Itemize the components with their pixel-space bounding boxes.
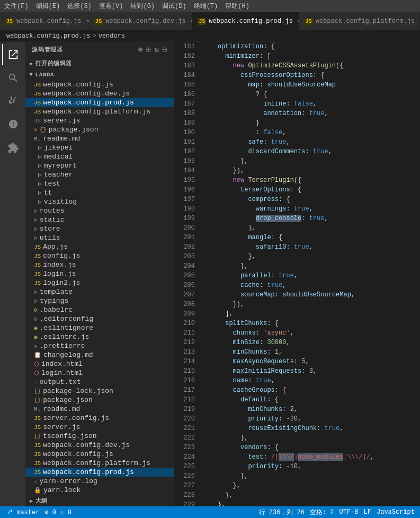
- list-item[interactable]: ▷ tt: [25, 188, 174, 197]
- tab-webpack-config-platform[interactable]: JS webpack.config.platform.js ×: [299, 12, 420, 30]
- tab-webpack-config-prod[interactable]: JS webpack.config.prod.js ×: [192, 12, 299, 30]
- list-item[interactable]: ▷ myreport: [25, 161, 174, 170]
- list-item[interactable]: ▷ static: [25, 215, 174, 224]
- menu-debug[interactable]: 调试(D): [162, 2, 186, 11]
- new-folder-icon[interactable]: ⊞: [146, 45, 151, 54]
- webpack-config-prod-item[interactable]: JS webpack.config.prod.js: [25, 468, 174, 477]
- list-item[interactable]: ▷ template: [25, 287, 174, 296]
- list-item[interactable]: ▷ utils: [25, 233, 174, 242]
- file-name: yarn-error.log: [40, 477, 97, 485]
- folder-name: routes: [40, 207, 65, 215]
- activity-bar: [0, 42, 25, 506]
- tab-bar: JS webpack.config.js × JS webpack.config…: [0, 12, 420, 30]
- js-file-icon: JS: [34, 280, 41, 286]
- folder-name: template: [40, 288, 73, 296]
- list-item[interactable]: ≡ yarn-error.log: [25, 477, 174, 486]
- file-name: .prettierrc: [40, 342, 85, 350]
- language-mode[interactable]: JavaScript: [377, 508, 415, 516]
- html-icon: ⬡: [34, 370, 39, 376]
- code-content[interactable]: optimization: { minimizer: [ new Optimiz…: [200, 42, 420, 506]
- eslint-icon: ◉: [34, 324, 38, 331]
- file-name: webpack.config.js: [43, 450, 113, 458]
- list-item[interactable]: ⬡ login.html: [25, 368, 174, 377]
- tab-webpack-config[interactable]: JS webpack.config.js ×: [0, 12, 89, 30]
- list-item[interactable]: {} package.json: [25, 396, 174, 405]
- menu-view[interactable]: 查看(V): [99, 2, 123, 11]
- menu-help[interactable]: 帮助(H): [225, 2, 249, 11]
- list-item[interactable]: 🔒 yarn.lock: [25, 486, 174, 495]
- file-name: webpack.config.js: [43, 81, 113, 89]
- line-ending[interactable]: LF: [364, 508, 371, 516]
- list-item[interactable]: ▷ visitlog: [25, 197, 174, 206]
- list-item[interactable]: {} package-lock.json: [25, 387, 174, 396]
- list-item[interactable]: JS webpack.config.prod.js: [25, 98, 174, 107]
- list-item[interactable]: ▷ medical: [25, 152, 174, 161]
- list-item[interactable]: ▷ test: [25, 179, 174, 188]
- breadcrumb-section[interactable]: vendors: [99, 32, 125, 40]
- folder-name: myreport: [44, 162, 77, 170]
- list-item[interactable]: JS webpack.config.platform.js: [25, 107, 174, 116]
- list-item[interactable]: JS server.js: [25, 423, 174, 432]
- debug-icon[interactable]: [2, 114, 23, 135]
- scm-icon[interactable]: [2, 91, 23, 112]
- menu-terminal[interactable]: 终端(T): [194, 2, 218, 11]
- list-item[interactable]: JS App.js: [25, 242, 174, 251]
- list-item[interactable]: JS webpack.config.js: [25, 80, 174, 89]
- list-item[interactable]: ▷ routes: [25, 206, 174, 215]
- status-bar: ⎇ master ⊗ 0 ⚠ 0 行 236，列 26 空格: 2 UTF-8 …: [0, 506, 420, 518]
- list-item[interactable]: ⚙ .babelrc: [25, 305, 174, 314]
- menu-goto[interactable]: 转到(G): [130, 2, 155, 11]
- extensions-icon[interactable]: [2, 137, 23, 159]
- js-icon: JS: [305, 18, 313, 25]
- list-item[interactable]: JS server.js: [25, 116, 174, 125]
- error-count[interactable]: ⊗ 0 ⚠ 0: [44, 508, 71, 516]
- list-item[interactable]: JS webpack.config.js: [25, 450, 174, 459]
- list-item[interactable]: ◉ .eslintignore: [25, 323, 174, 332]
- collapse-icon[interactable]: ⊟: [163, 45, 167, 54]
- menu-select[interactable]: 选择(S): [67, 2, 92, 11]
- new-file-icon[interactable]: ⊕: [138, 45, 143, 54]
- sidebar-header: 源码管理器 ⊕ ⊞ ↻ ⊟: [25, 42, 174, 57]
- refresh-icon[interactable]: ↻: [155, 45, 159, 54]
- indent-type[interactable]: 空格: 2: [310, 508, 334, 517]
- teacher-folder[interactable]: ▷ teacher: [25, 170, 174, 179]
- list-item[interactable]: JS index.js: [25, 260, 174, 269]
- list-item[interactable]: ⬡ index.html: [25, 359, 174, 368]
- list-item[interactable]: 📋 changelog.md: [25, 350, 174, 359]
- list-item[interactable]: JS webpack.config.platform.js: [25, 459, 174, 468]
- folder-name: static: [40, 216, 65, 224]
- file-name: tsconfig.json: [43, 432, 96, 440]
- code-area[interactable]: 181182183184185 186187188189190 19119219…: [174, 42, 420, 506]
- search-activity-icon[interactable]: [2, 67, 23, 89]
- list-item[interactable]: JS login2.js: [25, 278, 174, 287]
- file-encoding[interactable]: UTF-8: [339, 508, 359, 516]
- list-item[interactable]: JS webpack.config.dev.js: [25, 441, 174, 450]
- landa-header[interactable]: ▶ LANDA: [25, 69, 174, 80]
- tab-webpack-config-dev[interactable]: JS webpack.config.dev.js ×: [89, 12, 192, 30]
- list-item[interactable]: JS login.js: [25, 269, 174, 278]
- list-item[interactable]: ⚙ .editorconfig: [25, 314, 174, 323]
- list-item[interactable]: M↓ readme.md: [25, 405, 174, 414]
- list-item[interactable]: ▷ typings: [25, 296, 174, 305]
- open-editors-header[interactable]: ▶ 打开的编辑器: [25, 57, 174, 69]
- list-item[interactable]: {} tsconfig.json: [25, 432, 174, 441]
- folder-icon: ▷: [38, 180, 42, 187]
- explorer-icon[interactable]: [2, 44, 23, 65]
- list-item[interactable]: JS server.config.js: [25, 414, 174, 423]
- menu-edit[interactable]: 编辑(E): [36, 2, 60, 11]
- list-item[interactable]: ▷ store: [25, 224, 174, 233]
- git-branch[interactable]: ⎇ master: [5, 508, 39, 516]
- outline-header[interactable]: ▶ 大纲: [25, 495, 174, 506]
- list-item[interactable]: JS webpack.config.dev.js: [25, 89, 174, 98]
- list-item[interactable]: ≡ output.txt: [25, 377, 174, 387]
- list-item[interactable]: M↓ readme.md: [25, 134, 174, 143]
- list-item[interactable]: ✕ {} package.json: [25, 125, 174, 134]
- list-item[interactable]: ◉ .eslintrc.js: [25, 332, 174, 341]
- list-item[interactable]: ▷ jikepei: [25, 143, 174, 152]
- breadcrumb-file[interactable]: webpack.config.prod.js: [6, 32, 90, 40]
- menu-file[interactable]: 文件(F): [4, 2, 29, 11]
- menu-bar[interactable]: 文件(F) 编辑(E) 选择(S) 查看(V) 转到(G) 调试(D) 终端(T…: [4, 2, 249, 11]
- list-item[interactable]: JS config.js: [25, 251, 174, 260]
- list-item[interactable]: ✦ .prettierrc: [25, 341, 174, 350]
- breadcrumb: webpack.config.prod.js > vendors: [0, 30, 420, 42]
